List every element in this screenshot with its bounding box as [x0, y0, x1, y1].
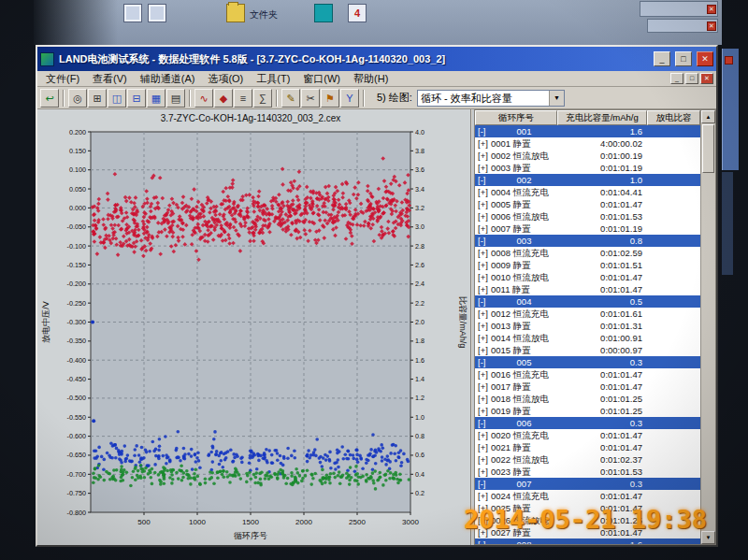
- expander-toggle-icon[interactable]: [+]: [475, 368, 491, 381]
- mdi-close-button[interactable]: ✕: [700, 73, 713, 84]
- back-icon[interactable]: ↩: [40, 89, 59, 108]
- desktop-window-icon-1[interactable]: [123, 4, 142, 22]
- maximize-button[interactable]: □: [675, 51, 692, 66]
- column-header[interactable]: 放电比容: [647, 110, 700, 125]
- expander-toggle-icon[interactable]: [+]: [475, 466, 491, 478]
- teal-app-icon[interactable]: [314, 4, 333, 22]
- cycle-efficiency-chart[interactable]: 0.2000.1500.1000.0500.000-0.050-0.100-0.…: [37, 109, 472, 545]
- cycle-group-row[interactable]: [-]0050.3: [475, 356, 700, 368]
- cycle-step-row[interactable]: [+]0004 恒流充电0:01:04.41: [475, 186, 700, 198]
- cycle-step-row[interactable]: [+]0011 静置0:01:01.47: [475, 283, 700, 295]
- flag-icon[interactable]: ⚑: [321, 89, 339, 108]
- expander-toggle-icon[interactable]: [+]: [475, 393, 491, 405]
- cycle-step-row[interactable]: [+]0009 静置0:01:01.51: [475, 259, 700, 271]
- expander-toggle-icon[interactable]: [+]: [475, 198, 491, 210]
- cycle-step-row[interactable]: [+]0017 静置0:01:01.47: [475, 381, 700, 393]
- folder-icon[interactable]: [226, 4, 245, 22]
- cycle-step-row[interactable]: [+]0010 恒流放电0:01:01.47: [475, 271, 700, 283]
- cycle-step-row[interactable]: [+]0002 恒流放电0:01:00.19: [475, 150, 700, 162]
- menu-item[interactable]: 帮助(H): [347, 71, 395, 87]
- expander-toggle-icon[interactable]: [+]: [475, 441, 491, 453]
- expander-toggle-icon[interactable]: [+]: [475, 332, 491, 344]
- cycle-step-row[interactable]: [+]0014 恒流放电0:01:00.91: [475, 332, 700, 344]
- expander-toggle-icon[interactable]: [+]: [475, 344, 491, 356]
- layout-icon[interactable]: ▦: [147, 89, 165, 108]
- cycle-step-row[interactable]: [+]0024 恒流充电0:01:01.47: [475, 490, 700, 502]
- cut-icon[interactable]: ✂: [301, 89, 320, 108]
- expander-toggle-icon[interactable]: [-]: [475, 356, 491, 368]
- expander-toggle-icon[interactable]: [-]: [475, 538, 491, 544]
- tile-horizontal-icon[interactable]: ◫: [108, 89, 126, 108]
- cycle-step-row[interactable]: [+]0008 恒流充电0:01:02.59: [475, 247, 700, 259]
- cycle-step-row[interactable]: [+]0022 恒流放电0:01:02.37: [475, 453, 700, 466]
- menu-item[interactable]: 选项(O): [201, 71, 250, 87]
- cycle-group-row[interactable]: [-]0060.3: [475, 417, 700, 429]
- edit-icon[interactable]: ✎: [281, 89, 300, 108]
- chevron-down-icon[interactable]: ▼: [549, 91, 564, 106]
- expander-toggle-icon[interactable]: [-]: [475, 235, 491, 247]
- cycle-step-row[interactable]: [+]0016 恒流充电0:01:01.47: [475, 368, 700, 381]
- expander-toggle-icon[interactable]: [+]: [475, 210, 491, 223]
- expander-toggle-icon[interactable]: [+]: [475, 381, 491, 393]
- table-scrollbar[interactable]: ▲ ▼: [700, 110, 715, 544]
- title-bar[interactable]: LAND电池测试系统 - 数据处理软件 5.8版 - [3.7-ZYC-Co-K…: [37, 47, 716, 71]
- grid-view-icon[interactable]: ⊞: [88, 89, 107, 108]
- cycle-step-row[interactable]: [+]0007 静置0:01:01.19: [475, 223, 700, 235]
- expander-toggle-icon[interactable]: [+]: [475, 405, 491, 417]
- minimize-button[interactable]: _: [654, 51, 670, 66]
- cycle-group-row[interactable]: [-]0011.6: [475, 125, 700, 137]
- tile-vertical-icon[interactable]: ⊟: [127, 89, 146, 108]
- scrollbar-track[interactable]: [701, 174, 715, 531]
- close-icon[interactable]: ✕: [707, 5, 716, 14]
- cycle-step-row[interactable]: [+]0018 恒流放电0:01:01.25: [475, 393, 700, 405]
- expander-toggle-icon[interactable]: [-]: [475, 125, 491, 137]
- mdi-restore-button[interactable]: □: [685, 73, 698, 84]
- expander-toggle-icon[interactable]: [+]: [475, 453, 491, 466]
- cycle-step-row[interactable]: [+]0003 静置0:01:01.19: [475, 162, 700, 174]
- cycle-step-row[interactable]: [+]0015 静置0:00:00.97: [475, 344, 700, 356]
- stats-icon[interactable]: ∑: [253, 89, 272, 108]
- list-icon[interactable]: ≡: [234, 89, 252, 108]
- expander-toggle-icon[interactable]: [-]: [475, 478, 491, 490]
- cycle-step-row[interactable]: [+]0001 静置4:00:00.02: [475, 137, 700, 150]
- cycle-step-row[interactable]: [+]0005 静置0:01:01.47: [475, 198, 700, 210]
- plot-type-combobox[interactable]: 循环 - 效率和比容量 ▼: [417, 90, 565, 107]
- menu-item[interactable]: 工具(T): [250, 71, 296, 87]
- expander-toggle-icon[interactable]: [-]: [475, 417, 491, 429]
- background-window-1[interactable]: ✕: [640, 1, 718, 17]
- scatter-icon[interactable]: ◆: [214, 89, 233, 108]
- menu-item[interactable]: 窗口(W): [296, 71, 347, 87]
- expander-toggle-icon[interactable]: [+]: [475, 137, 491, 150]
- close-button[interactable]: ✕: [697, 51, 713, 66]
- expander-toggle-icon[interactable]: [+]: [475, 283, 491, 295]
- expander-toggle-icon[interactable]: [+]: [475, 259, 491, 271]
- expander-toggle-icon[interactable]: [+]: [475, 162, 491, 174]
- close-icon[interactable]: [725, 56, 733, 65]
- expander-toggle-icon[interactable]: [+]: [475, 271, 491, 283]
- expander-toggle-icon[interactable]: [+]: [475, 247, 491, 259]
- cycle-step-row[interactable]: [+]0020 恒流充电0:01:01.47: [475, 429, 700, 441]
- cycle-group-row[interactable]: [-]0081.6: [475, 538, 700, 544]
- background-window-2[interactable]: ✕: [647, 19, 718, 33]
- scroll-up-icon[interactable]: ▲: [701, 110, 715, 123]
- expander-toggle-icon[interactable]: [-]: [475, 174, 491, 186]
- expander-toggle-icon[interactable]: [+]: [475, 150, 491, 162]
- scrollbar-thumb[interactable]: [702, 124, 714, 173]
- menu-item[interactable]: 文件(F): [39, 71, 86, 87]
- expander-toggle-icon[interactable]: [+]: [475, 308, 491, 320]
- cycle-group-row[interactable]: [-]0040.5: [475, 295, 700, 308]
- cycle-step-row[interactable]: [+]0019 静置0:01:01.25: [475, 405, 700, 417]
- expander-toggle-icon[interactable]: [+]: [475, 223, 491, 235]
- mdi-minimize-button[interactable]: _: [670, 73, 683, 84]
- menu-item[interactable]: 辅助通道(A): [134, 71, 202, 87]
- cycle-group-row[interactable]: [-]0021.0: [475, 174, 700, 186]
- expander-toggle-icon[interactable]: [+]: [475, 429, 491, 441]
- zoom-icon[interactable]: ◎: [68, 89, 87, 108]
- badge-icon[interactable]: 4: [348, 4, 367, 22]
- column-header[interactable]: 充电比容量/mAh/g: [557, 110, 647, 125]
- cycle-step-row[interactable]: [+]0006 恒流放电0:01:01.53: [475, 210, 700, 223]
- cycle-group-row[interactable]: [-]0030.8: [475, 235, 700, 247]
- cycle-step-row[interactable]: [+]0023 静置0:01:01.53: [475, 466, 700, 478]
- cycle-step-row[interactable]: [+]0021 静置0:01:01.47: [475, 441, 700, 453]
- table-view-icon[interactable]: ▤: [166, 89, 185, 108]
